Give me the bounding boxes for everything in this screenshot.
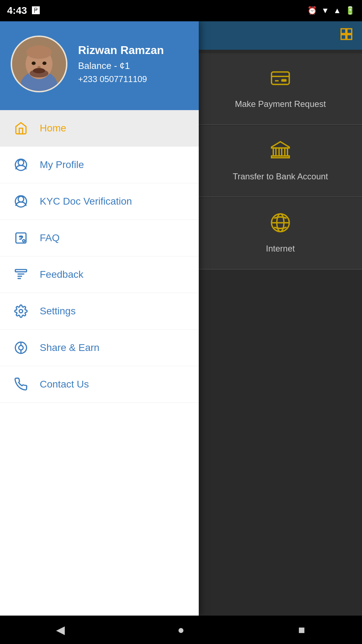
settings-label: Settings: [40, 305, 76, 317]
svg-rect-29: [272, 72, 289, 85]
drawer-header: Rizwan Ramzan Balance - ¢1 +233 05077111…: [0, 21, 199, 110]
svg-rect-32: [281, 79, 287, 82]
bottom-bar: ◀ ● ■: [0, 616, 362, 644]
svg-point-10: [18, 160, 24, 166]
status-bar: 4:43 🅿 ⏰ ▼ ▲ 🔋: [0, 0, 362, 21]
alarm-icon: ⏰: [307, 6, 317, 15]
faq-label: FAQ: [40, 232, 60, 244]
wifi-icon: ▼: [321, 6, 329, 15]
grid-item-payment[interactable]: Make Payment Request: [199, 53, 362, 125]
nav-item-settings[interactable]: Settings: [0, 293, 199, 330]
svg-rect-16: [15, 270, 27, 272]
right-grid: Make Payment Request Transfer to Bank Ac…: [199, 50, 362, 273]
user-info: Rizwan Ramzan Balance - ¢1 +233 05077111…: [78, 44, 164, 84]
home-label: Home: [40, 123, 66, 134]
faq-icon: [13, 230, 29, 246]
svg-point-5: [26, 45, 52, 59]
parking-icon: 🅿: [32, 6, 40, 15]
signal-icon: ▲: [333, 6, 341, 15]
bank-icon: [270, 140, 291, 166]
internet-label: Internet: [266, 243, 295, 255]
grid-item-bank[interactable]: Transfer to Bank Account: [199, 126, 362, 197]
my-profile-label: My Profile: [40, 159, 84, 171]
svg-point-20: [19, 309, 23, 313]
share-earn-label: Share & Earn: [40, 342, 99, 353]
svg-rect-37: [272, 156, 289, 158]
user-name: Rizwan Ramzan: [78, 44, 164, 57]
svg-rect-27: [341, 34, 346, 39]
back-button[interactable]: ◀: [50, 619, 71, 640]
bank-label: Transfer to Bank Account: [233, 171, 328, 183]
status-time: 4:43: [7, 5, 27, 16]
svg-point-22: [19, 346, 23, 350]
feedback-icon: [13, 266, 29, 283]
main-layout: Rizwan Ramzan Balance - ¢1 +233 05077111…: [0, 21, 362, 616]
right-topbar: [199, 21, 362, 50]
drawer: Rizwan Ramzan Balance - ¢1 +233 05077111…: [0, 21, 199, 616]
home-button[interactable]: ●: [170, 619, 192, 640]
svg-rect-26: [347, 29, 352, 33]
grid-item-internet[interactable]: Internet: [199, 198, 362, 270]
right-panel: Make Payment Request Transfer to Bank Ac…: [199, 21, 362, 616]
nav-item-kyc[interactable]: KYC Doc Verification: [0, 183, 199, 220]
svg-rect-34: [273, 148, 276, 156]
svg-point-6: [32, 61, 35, 65]
nav-item-feedback[interactable]: Feedback: [0, 256, 199, 293]
settings-icon: [13, 303, 29, 319]
status-bar-left: 4:43 🅿: [7, 5, 40, 16]
svg-point-7: [43, 61, 46, 65]
home-icon: [13, 120, 29, 136]
status-bar-right: ⏰ ▼ ▲ 🔋: [307, 6, 355, 15]
payment-icon: [270, 67, 291, 93]
svg-rect-28: [347, 34, 352, 39]
battery-icon: 🔋: [345, 6, 355, 15]
svg-rect-35: [279, 148, 282, 156]
svg-marker-33: [272, 142, 289, 148]
svg-point-15: [23, 240, 25, 242]
kyc-label: KYC Doc Verification: [40, 196, 132, 207]
profile-icon: [13, 157, 29, 173]
svg-point-9: [33, 68, 45, 73]
contact-us-label: Contact Us: [40, 379, 89, 390]
svg-rect-25: [341, 29, 346, 33]
nav-item-contact-us[interactable]: Contact Us: [0, 366, 199, 403]
payment-label: Make Payment Request: [235, 98, 326, 110]
nav-item-home[interactable]: Home: [0, 110, 199, 147]
contact-icon: [13, 376, 29, 393]
topbar-menu-icon: [339, 27, 353, 44]
nav-item-share-earn[interactable]: Share & Earn: [0, 330, 199, 366]
nav-item-faq[interactable]: FAQ: [0, 220, 199, 256]
svg-rect-36: [285, 148, 288, 156]
nav-item-my-profile[interactable]: My Profile: [0, 147, 199, 183]
share-earn-icon: [13, 340, 29, 356]
recents-button[interactable]: ■: [291, 619, 312, 640]
user-balance: Balance - ¢1: [78, 60, 164, 71]
internet-icon: [270, 212, 291, 238]
svg-point-12: [18, 196, 24, 202]
kyc-icon: [13, 193, 29, 210]
user-phone: +233 0507711109: [78, 74, 164, 84]
feedback-label: Feedback: [40, 269, 83, 280]
avatar: [11, 36, 67, 92]
